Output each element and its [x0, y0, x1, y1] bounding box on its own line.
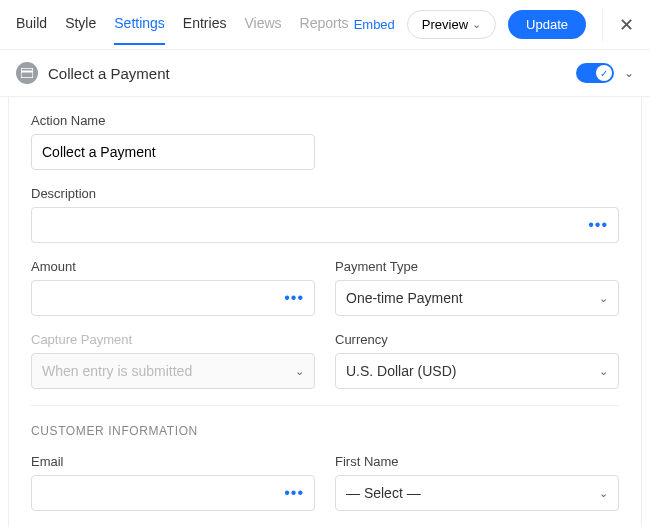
amount-input[interactable] [42, 290, 284, 306]
label-payment-type: Payment Type [335, 259, 619, 274]
tab-build[interactable]: Build [16, 15, 47, 45]
section-title: Collect a Payment [48, 65, 576, 82]
first-name-value: — Select — [346, 485, 421, 501]
tab-views[interactable]: Views [244, 15, 281, 45]
tab-style[interactable]: Style [65, 15, 96, 45]
field-action-name: Action Name [31, 113, 315, 170]
field-email: Email ••• [31, 454, 315, 511]
enable-toggle[interactable]: ✓ [576, 63, 614, 83]
update-button[interactable]: Update [508, 10, 586, 39]
first-name-select[interactable]: — Select — ⌄ [335, 475, 619, 511]
section-header: Collect a Payment ✓ ⌄ [0, 50, 650, 97]
embed-link[interactable]: Embed [354, 17, 395, 32]
input-description-wrap: ••• [31, 207, 619, 243]
tab-settings[interactable]: Settings [114, 15, 165, 45]
top-nav: Build Style Settings Entries Views Repor… [0, 0, 650, 50]
chevron-down-icon: ⌄ [472, 18, 481, 31]
label-description: Description [31, 186, 619, 201]
input-email-wrap: ••• [31, 475, 315, 511]
input-action-name-wrap [31, 134, 315, 170]
action-name-input[interactable] [42, 144, 304, 160]
tab-entries[interactable]: Entries [183, 15, 227, 45]
svg-rect-1 [21, 71, 33, 73]
nav-right: Embed Preview ⌄ Update ✕ [354, 9, 634, 51]
field-payment-type: Payment Type One-time Payment ⌄ [335, 259, 619, 316]
input-amount-wrap: ••• [31, 280, 315, 316]
currency-select[interactable]: U.S. Dollar (USD) ⌄ [335, 353, 619, 389]
capture-payment-select: When entry is submitted ⌄ [31, 353, 315, 389]
label-currency: Currency [335, 332, 619, 347]
currency-value: U.S. Dollar (USD) [346, 363, 456, 379]
toggle-knob-check-icon: ✓ [596, 65, 612, 81]
label-capture-payment: Capture Payment [31, 332, 315, 347]
label-first-name: First Name [335, 454, 619, 469]
customer-info-header: CUSTOMER INFORMATION [31, 424, 619, 438]
email-input[interactable] [42, 485, 284, 501]
settings-panel: Action Name Description ••• Amount ••• P… [8, 97, 642, 527]
svg-rect-0 [21, 68, 33, 78]
description-input[interactable] [42, 217, 588, 233]
chevron-down-icon[interactable]: ⌄ [624, 66, 634, 80]
preview-label: Preview [422, 17, 468, 32]
label-action-name: Action Name [31, 113, 315, 128]
close-icon[interactable]: ✕ [619, 14, 634, 36]
nav-tabs: Build Style Settings Entries Views Repor… [16, 15, 354, 45]
more-icon[interactable]: ••• [284, 485, 304, 501]
payment-type-select[interactable]: One-time Payment ⌄ [335, 280, 619, 316]
tab-reports[interactable]: Reports [300, 15, 349, 45]
chevron-down-icon: ⌄ [599, 292, 608, 305]
divider [31, 405, 619, 406]
label-amount: Amount [31, 259, 315, 274]
more-icon[interactable]: ••• [588, 217, 608, 233]
payment-type-value: One-time Payment [346, 290, 463, 306]
field-amount: Amount ••• [31, 259, 315, 316]
chevron-down-icon: ⌄ [599, 487, 608, 500]
close-wrap: ✕ [602, 9, 634, 41]
chevron-down-icon: ⌄ [599, 365, 608, 378]
label-email: Email [31, 454, 315, 469]
chevron-down-icon: ⌄ [295, 365, 304, 378]
field-description: Description ••• [31, 186, 619, 243]
more-icon[interactable]: ••• [284, 290, 304, 306]
capture-payment-value: When entry is submitted [42, 363, 192, 379]
field-capture-payment: Capture Payment When entry is submitted … [31, 332, 315, 389]
payment-icon [16, 62, 38, 84]
field-first-name: First Name — Select — ⌄ [335, 454, 619, 511]
preview-button[interactable]: Preview ⌄ [407, 10, 496, 39]
field-currency: Currency U.S. Dollar (USD) ⌄ [335, 332, 619, 389]
